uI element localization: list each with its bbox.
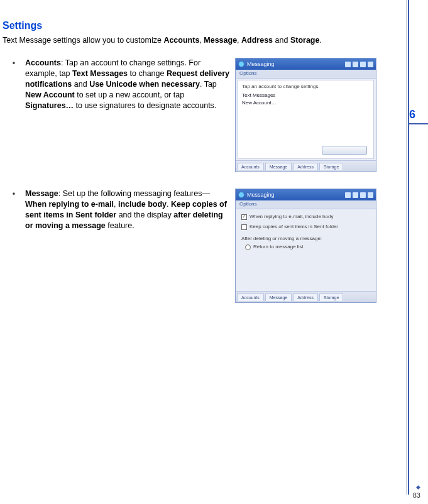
intro-prefix: Text Message settings allow you to custo… — [3, 36, 163, 45]
intro-storage: Storage — [290, 36, 320, 45]
chapter-number: 6 — [409, 107, 415, 122]
accounts-section: • Accounts: Tap an account to change set… — [3, 58, 393, 172]
intro-address: Address — [241, 36, 273, 45]
accounts-text: Accounts: Tap an account to change setti… — [25, 58, 235, 172]
bullet: • — [3, 58, 25, 172]
page-number: 83 — [413, 491, 420, 500]
decorative-rule — [408, 0, 409, 495]
screenshot-accounts: Messaging Options Tap an account to chan… — [235, 58, 376, 172]
decorative-rule-light — [406, 0, 407, 495]
intro-accounts: Accounts — [163, 36, 199, 45]
screenshot-message: Messaging Options When replying to e-mai… — [235, 189, 376, 303]
decorative-tab — [409, 123, 428, 124]
message-text: Message: Set up the following messaging … — [25, 189, 235, 303]
signatures-button-visual — [322, 146, 367, 155]
intro-text: Text Message settings allow you to custo… — [3, 35, 393, 46]
page-title: Settings — [3, 19, 393, 33]
message-section: • Message: Set up the following messagin… — [3, 189, 393, 303]
bullet: • — [3, 189, 25, 303]
intro-message: Message — [204, 36, 237, 45]
